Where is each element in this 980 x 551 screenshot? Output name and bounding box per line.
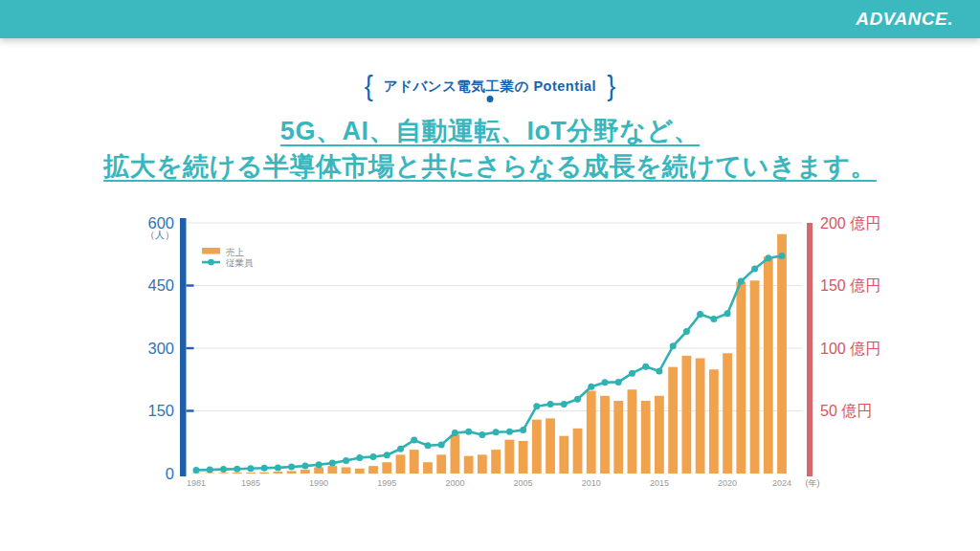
section-dot <box>487 96 494 102</box>
revenue-bar <box>668 367 678 474</box>
revenue-bar <box>777 234 787 474</box>
x-axis-unit-label: (年) <box>806 478 820 488</box>
employees-point <box>425 442 432 449</box>
right-axis-bar <box>807 223 813 476</box>
employees-point <box>724 310 731 317</box>
employees-point <box>738 278 745 285</box>
left-axis-tick-stub <box>187 284 194 286</box>
header-bar: ADVANCE. <box>0 0 980 38</box>
revenue-bar <box>736 282 746 474</box>
employees-point <box>275 464 281 471</box>
employees-point <box>316 461 323 468</box>
brace-left-icon: { <box>365 72 373 100</box>
advance-logo: ADVANCE. <box>856 9 953 30</box>
revenue-bar <box>491 450 501 474</box>
x-axis-tick-label: 2015 <box>650 478 669 488</box>
revenue-bar <box>273 472 282 474</box>
revenue-bar <box>709 369 719 474</box>
x-axis-tick-label: 2005 <box>514 478 533 488</box>
revenue-bar <box>600 396 610 474</box>
legend-employees-label: 従業員 <box>226 257 254 268</box>
revenue-bar <box>451 434 460 474</box>
revenue-bar <box>464 456 474 474</box>
revenue-bar <box>410 450 419 474</box>
revenue-bar <box>436 454 446 474</box>
revenue-bar <box>696 358 705 474</box>
employees-point <box>615 379 622 386</box>
revenue-bar <box>559 436 568 474</box>
employees-point <box>588 384 594 390</box>
left-axis-unit-label: （人） <box>145 230 174 240</box>
employees-point <box>533 403 540 409</box>
revenue-bar <box>301 470 310 474</box>
employees-point <box>465 429 472 435</box>
employees-point <box>574 396 581 403</box>
revenue-bar <box>423 462 433 474</box>
employees-point <box>220 466 227 473</box>
employees-point <box>370 453 377 460</box>
brace-right-icon: } <box>607 72 615 100</box>
employees-point <box>479 431 485 438</box>
employees-point <box>356 454 363 461</box>
employees-point <box>629 370 635 377</box>
revenue-bar <box>478 454 487 474</box>
revenue-bar <box>382 462 391 474</box>
revenue-bar <box>259 473 269 474</box>
employees-line <box>196 256 782 471</box>
x-axis-tick-label: 1981 <box>187 478 206 488</box>
revenue-bar <box>219 473 229 474</box>
left-axis-tick-stub <box>187 347 194 349</box>
legend-employees-dot <box>208 259 214 266</box>
main-heading: 5G、AI、自動運転、IoT分野など、 拡大を続ける半導体市場と共にさらなる成長… <box>0 114 980 185</box>
heading-line-2: 拡大を続ける半導体市場と共にさらなる成長を続けていきます。 <box>103 149 877 185</box>
employees-point <box>697 311 703 318</box>
employees-point <box>247 465 254 472</box>
revenue-bar <box>723 353 732 474</box>
revenue-bar <box>546 418 555 474</box>
employees-point <box>710 316 717 322</box>
revenue-bar <box>573 429 583 474</box>
employees-point <box>452 430 458 436</box>
employees-point <box>411 437 417 444</box>
revenue-bar <box>342 467 351 474</box>
left-axis-tick-label: 600 <box>147 214 174 231</box>
growth-chart: 0150300450600（人）50 億円100 億円150 億円200 億円1… <box>0 203 980 499</box>
revenue-bar <box>368 466 378 474</box>
employees-point <box>193 467 200 474</box>
employees-point <box>207 467 213 474</box>
employees-point <box>670 342 677 349</box>
employees-point <box>397 446 404 452</box>
employees-point <box>343 457 349 464</box>
employees-point <box>642 364 649 370</box>
employees-point <box>234 466 240 473</box>
revenue-bar <box>681 356 691 474</box>
employees-point <box>520 427 526 433</box>
revenue-bar <box>246 473 256 474</box>
employees-point <box>261 465 268 472</box>
revenue-bar <box>233 473 242 474</box>
x-axis-tick-label: 2010 <box>582 478 601 488</box>
legend-revenue-swatch <box>202 248 220 254</box>
left-axis-tick-label: 300 <box>147 340 174 357</box>
employees-point <box>751 266 758 273</box>
x-axis-tick-label: 1995 <box>377 478 396 488</box>
revenue-bar <box>287 471 297 474</box>
revenue-bar <box>655 396 664 474</box>
x-axis-tick-label: 2024 <box>772 478 791 488</box>
employees-point <box>288 464 295 471</box>
right-axis-tick-label: 50 億円 <box>820 403 872 419</box>
revenue-bar <box>327 466 337 474</box>
right-axis-tick-label: 200 億円 <box>820 215 880 231</box>
employees-point <box>438 441 445 448</box>
employees-point <box>301 463 308 470</box>
revenue-bar <box>532 420 542 474</box>
revenue-bar <box>355 469 365 474</box>
revenue-bar <box>750 280 760 474</box>
x-axis-tick-label: 1990 <box>309 478 328 488</box>
revenue-bar <box>519 441 528 474</box>
employees-point <box>493 429 500 435</box>
section-label-text: アドバンス電気工業の Potential <box>384 77 596 96</box>
revenue-bar <box>314 467 323 474</box>
employees-point <box>765 254 771 261</box>
revenue-bar <box>764 256 773 474</box>
